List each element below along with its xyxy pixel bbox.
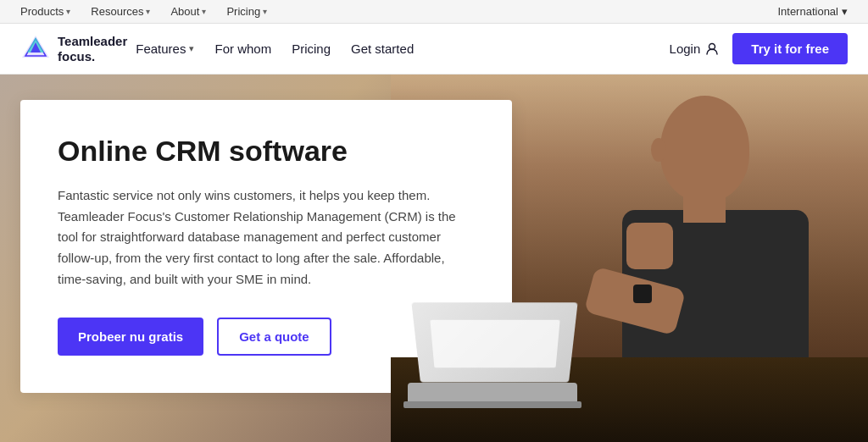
- topbar-international-label: International: [777, 5, 838, 18]
- topbar-international[interactable]: International ▾: [777, 5, 848, 18]
- nav-get-started-label: Get started: [351, 41, 414, 56]
- topbar-products-label: Products: [20, 5, 64, 18]
- hero-description: Fantastic service not only wins customer…: [58, 185, 475, 290]
- main-nav: Teamleader focus. Features ▾ For whom Pr…: [0, 24, 868, 75]
- login-button[interactable]: Login: [670, 41, 720, 56]
- nav-for-whom-label: For whom: [214, 41, 271, 56]
- topbar-about-label: About: [170, 5, 199, 18]
- topbar-resources-chevron: ▾: [146, 7, 150, 16]
- topbar-pricing-label: Pricing: [226, 5, 260, 18]
- topbar-international-chevron: ▾: [842, 5, 848, 18]
- top-bar-left: Products ▾ Resources ▾ About ▾ Pricing ▾: [20, 5, 267, 18]
- topbar-pricing-chevron: ▾: [263, 7, 267, 16]
- nav-pricing[interactable]: Pricing: [283, 35, 339, 63]
- nav-features-label: Features: [136, 41, 186, 56]
- topbar-resources-label: Resources: [91, 5, 143, 18]
- topbar-resources[interactable]: Resources ▾: [91, 5, 150, 18]
- topbar-products[interactable]: Products ▾: [20, 5, 70, 18]
- top-bar: Products ▾ Resources ▾ About ▾ Pricing ▾…: [0, 0, 868, 24]
- topbar-about[interactable]: About ▾: [170, 5, 206, 18]
- nav-pricing-label: Pricing: [292, 41, 331, 56]
- person-icon: [705, 42, 719, 56]
- hero-section: Online CRM software Fantastic service no…: [0, 75, 868, 442]
- logo-text: Teamleader focus.: [58, 34, 127, 64]
- logo-line2: focus.: [58, 49, 127, 64]
- login-label: Login: [670, 41, 701, 56]
- nav-for-whom[interactable]: For whom: [206, 35, 280, 63]
- nav-links: Features ▾ For whom Pricing Get started: [127, 35, 669, 63]
- topbar-about-chevron: ▾: [202, 7, 206, 16]
- hero-title: Online CRM software: [58, 134, 475, 169]
- logo-icon: [20, 34, 51, 64]
- logo-line1: Teamleader: [58, 34, 127, 49]
- topbar-products-chevron: ▾: [66, 7, 70, 16]
- nav-features-chevron: ▾: [189, 43, 194, 54]
- nav-features[interactable]: Features ▾: [127, 35, 203, 63]
- topbar-pricing[interactable]: Pricing ▾: [226, 5, 267, 18]
- get-quote-button[interactable]: Get a quote: [217, 318, 331, 356]
- nav-right: Login Try it for free: [670, 33, 848, 64]
- probeer-nu-button[interactable]: Probeer nu gratis: [58, 318, 203, 356]
- nav-get-started[interactable]: Get started: [342, 35, 422, 63]
- logo[interactable]: Teamleader focus.: [20, 34, 127, 64]
- try-free-button[interactable]: Try it for free: [732, 33, 848, 64]
- hero-buttons: Probeer nu gratis Get a quote: [58, 318, 475, 356]
